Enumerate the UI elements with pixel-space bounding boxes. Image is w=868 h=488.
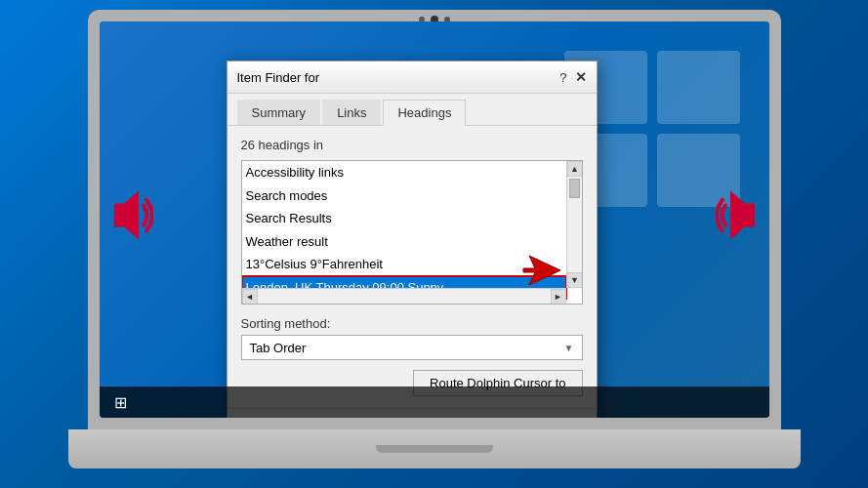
laptop-base [68,429,801,468]
headings-count: 26 headings in [241,138,583,152]
list-item[interactable]: Search Results [242,207,566,230]
start-button[interactable]: ⊞ [100,386,143,418]
list-item[interactable]: Search modes [242,184,566,208]
sorting-section: Sorting method: Tab Order ▼ [241,316,583,360]
vertical-scrollbar[interactable]: ▲ ▼ [566,161,582,288]
windows-desktop: Item Finder for ? ✕ Summary Links Headin… [100,21,769,418]
list-item[interactable]: Accessibility links [242,161,566,184]
horizontal-scrollbar[interactable]: ◄ ► [242,288,566,304]
help-button[interactable]: ? [559,70,566,85]
laptop-screen: Item Finder for ? ✕ Summary Links Headin… [100,21,769,418]
sort-selected-value: Tab Order [250,341,307,355]
scroll-thumb[interactable] [569,179,580,198]
svg-rect-1 [657,51,740,124]
tab-summary[interactable]: Summary [237,100,321,125]
headings-listbox[interactable]: Accessibility links Search modes Search … [241,160,583,305]
desktop: Item Finder for ? ✕ Summary Links Headin… [0,0,868,488]
laptop-notch [376,445,493,453]
titlebar-controls: ? ✕ [559,69,586,85]
scroll-down-arrow[interactable]: ▼ [567,272,583,288]
tab-headings[interactable]: Headings [383,100,466,126]
listbox-inner[interactable]: Accessibility links Search modes Search … [242,161,582,304]
scroll-right-arrow[interactable]: ► [551,289,566,305]
list-item[interactable]: Weather result [242,230,566,254]
dropdown-arrow-icon: ▼ [564,343,574,353]
speaker-left-icon [109,186,153,254]
tab-links[interactable]: Links [322,100,381,125]
close-button[interactable]: ✕ [575,69,587,85]
laptop-frame: Item Finder for ? ✕ Summary Links Headin… [68,10,801,468]
taskbar: ⊞ [100,386,769,418]
item-finder-dialog: Item Finder for ? ✕ Summary Links Headin… [227,61,598,418]
scroll-left-arrow[interactable]: ◄ [242,289,258,305]
list-item[interactable]: 13°Celsius 9°Fahrenheit [242,253,566,276]
speaker-right-icon [716,186,760,254]
sorting-dropdown[interactable]: Tab Order ▼ [241,335,583,360]
sorting-label: Sorting method: [241,316,583,331]
scroll-up-arrow[interactable]: ▲ [567,161,583,177]
dialog-content: 26 headings in Accessibility links Searc… [227,126,597,408]
dialog-titlebar: Item Finder for ? ✕ [227,61,597,94]
screen-bezel: Item Finder for ? ✕ Summary Links Headin… [88,10,781,429]
dialog-title: Item Finder for [237,70,320,85]
dialog-tabs: Summary Links Headings [227,94,597,126]
